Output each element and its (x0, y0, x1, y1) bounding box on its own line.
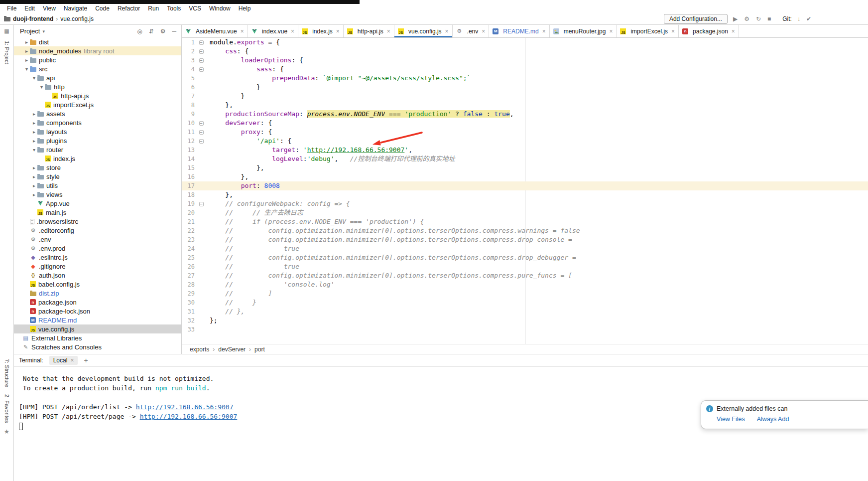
git-commit-icon[interactable]: ✔ (805, 15, 812, 22)
close-icon[interactable]: × (609, 28, 613, 35)
fold-minus-icon[interactable]: − (199, 49, 204, 54)
close-icon[interactable]: × (70, 357, 74, 364)
code-line-24[interactable]: 24 // true (182, 244, 868, 253)
fold-icon[interactable]: − (198, 199, 205, 208)
code-line-9[interactable]: 9 productionSourceMap: process.env.NODE_… (182, 110, 868, 119)
chevron-right-icon[interactable]: ▸ (31, 120, 37, 126)
always-add-link[interactable]: Always Add (757, 416, 789, 423)
code-line-18[interactable]: 18 }, (182, 190, 868, 199)
code-area[interactable]: 1−module.exports = {2− css: {3− loaderOp… (182, 38, 868, 344)
menu-tools[interactable]: Tools (163, 5, 185, 12)
code-line-7[interactable]: 7 } (182, 92, 868, 101)
tree-item-babel-config-js[interactable]: JSbabel.config.js (14, 280, 181, 289)
tree-item-src[interactable]: ▾src (14, 64, 181, 73)
tree-item-public[interactable]: ▸public (14, 55, 181, 64)
tree-item-readme-md[interactable]: MREADME.md (14, 316, 181, 324)
tab-env[interactable]: ⚙.env× (453, 25, 490, 37)
tab-http-api-js[interactable]: JShttp-api.js× (344, 25, 394, 37)
run-icon[interactable]: ▶ (732, 15, 739, 22)
tree-item-package-json[interactable]: npackage.json (14, 298, 181, 307)
hide-panel-icon[interactable]: ─ (172, 28, 176, 35)
tree-item-env-prod[interactable]: ⚙.env.prod (14, 244, 181, 253)
fold-minus-icon[interactable]: − (199, 202, 204, 206)
tab-importexcel-js[interactable]: JSimportExcel.js× (617, 25, 679, 37)
code-line-14[interactable]: 14 logLevel:'debug', //控制台终端打印代理前的真实地址 (182, 155, 868, 163)
close-icon[interactable]: × (291, 28, 294, 35)
project-panel-title[interactable]: Project (20, 27, 40, 35)
tree-item-importexcel-js[interactable]: JSimportExcel.js (14, 100, 181, 109)
tree-item-http[interactable]: ▾http (14, 82, 181, 91)
project-tree[interactable]: ▸dist▸node_moduleslibrary root▸public▾sr… (14, 37, 181, 354)
breadcrumb-exports[interactable]: exports (190, 346, 209, 353)
code-line-8[interactable]: 8 }, (182, 101, 868, 110)
tree-item-components[interactable]: ▸components (14, 118, 181, 127)
code-line-19[interactable]: 19− // configureWebpack: config => { (182, 199, 868, 208)
fold-icon[interactable]: − (198, 119, 205, 128)
code-line-25[interactable]: 25 // config.optimization.minimizer[0].o… (182, 253, 868, 262)
code-line-29[interactable]: 29 // ] (182, 289, 868, 298)
tree-item-plugins[interactable]: ▸plugins (14, 136, 181, 145)
chevron-down-icon[interactable]: ▾ (23, 66, 30, 72)
chevron-right-icon[interactable]: ▸ (31, 174, 37, 179)
close-icon[interactable]: × (671, 28, 675, 35)
code-line-23[interactable]: 23 // config.optimization.minimizer[0].o… (182, 235, 868, 244)
tree-item-dist-zip[interactable]: dist.zip (14, 289, 181, 298)
terminal-url-link[interactable]: http://192.168.66.56:9007 (140, 413, 238, 420)
tool-button-project[interactable]: 1: Project (4, 41, 10, 64)
tab-readme-md[interactable]: MREADME.md× (489, 25, 549, 37)
menu-run[interactable]: Run (144, 5, 163, 12)
tree-item-assets[interactable]: ▸assets (14, 109, 181, 118)
tab-index-vue[interactable]: index.vue× (248, 25, 298, 37)
close-icon[interactable]: × (445, 28, 449, 35)
terminal-cursor[interactable] (19, 423, 23, 430)
fold-minus-icon[interactable]: − (199, 121, 204, 126)
breadcrumb-port[interactable]: port (254, 346, 265, 353)
chevron-right-icon[interactable]: ▸ (31, 165, 37, 170)
fold-minus-icon[interactable]: − (199, 67, 204, 72)
code-line-16[interactable]: 16 }, (182, 172, 868, 181)
code-line-31[interactable]: 31 // }, (182, 307, 868, 316)
close-icon[interactable]: × (732, 28, 735, 35)
fold-icon[interactable]: − (198, 56, 205, 65)
close-icon[interactable]: × (542, 28, 546, 35)
code-line-27[interactable]: 27 // config.optimization.minimizer[0].o… (182, 271, 868, 280)
menu-vcs[interactable]: VCS (185, 5, 205, 12)
code-line-33[interactable]: 33 (182, 325, 868, 334)
breadcrumb-project[interactable]: duoji-frontend (13, 15, 53, 22)
menu-file[interactable]: File (3, 5, 20, 12)
chevron-down-icon[interactable]: ▾ (31, 147, 37, 153)
chevron-right-icon[interactable]: ▸ (31, 129, 37, 135)
code-line-30[interactable]: 30 // } (182, 298, 868, 307)
fold-icon[interactable]: − (198, 137, 205, 146)
tree-item-router[interactable]: ▾router (14, 145, 181, 154)
terminal-tab-local[interactable]: Local × (49, 356, 78, 365)
fold-minus-icon[interactable]: − (199, 130, 204, 135)
tree-item-env[interactable]: ⚙.env (14, 235, 181, 244)
tree-item-auth-json[interactable]: {}auth.json (14, 271, 181, 280)
tab-vue-config-js[interactable]: JSvue.config.js× (394, 25, 453, 37)
chevron-right-icon[interactable]: ▸ (31, 138, 37, 144)
tree-item-package-lock-json[interactable]: npackage-lock.json (14, 307, 181, 316)
locate-icon[interactable]: ◎ (137, 28, 142, 35)
tree-item-gitignore[interactable]: ◆.gitignore (14, 262, 181, 271)
stop-icon[interactable]: ■ (766, 15, 772, 22)
menu-refactor[interactable]: Refactor (114, 5, 144, 12)
code-line-3[interactable]: 3− loaderOptions: { (182, 56, 868, 65)
fold-minus-icon[interactable]: − (199, 40, 204, 45)
fold-icon[interactable]: − (198, 47, 205, 56)
tool-button-structure[interactable]: 7: Structure (4, 359, 10, 387)
code-line-15[interactable]: 15 }, (182, 163, 868, 172)
close-icon[interactable]: × (482, 28, 485, 35)
menu-edit[interactable]: Edit (20, 5, 39, 12)
tree-item-api[interactable]: ▾api (14, 73, 181, 82)
code-line-26[interactable]: 26 // true (182, 262, 868, 271)
tree-item-external-libraries[interactable]: ▤External Libraries (14, 333, 181, 342)
tree-item-views[interactable]: ▸views (14, 190, 181, 199)
menu-code[interactable]: Code (91, 5, 114, 12)
code-line-21[interactable]: 21 // if (process.env.NODE_ENV === 'prod… (182, 217, 868, 226)
code-line-11[interactable]: 11− proxy: { (182, 128, 868, 137)
tab-menurouter-jpg[interactable]: menuRouter.jpg× (550, 25, 617, 37)
tree-item-vue-config-js[interactable]: JSvue.config.js (14, 324, 181, 333)
add-configuration-button[interactable]: Add Configuration... (664, 14, 728, 24)
chevron-down-icon[interactable]: ▾ (42, 29, 45, 34)
